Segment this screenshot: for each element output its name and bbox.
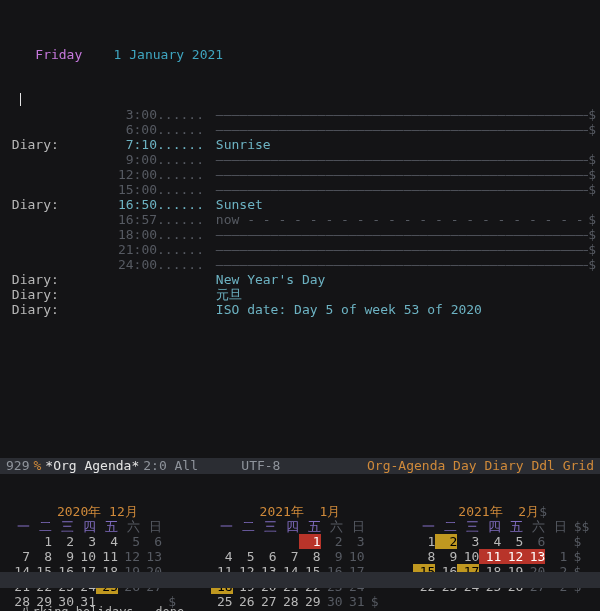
agenda-row[interactable]: 9:00...... —————————————————————————————…	[4, 152, 596, 167]
calendar-dow: 四	[479, 519, 501, 534]
calendar-day[interactable]: 10	[343, 549, 365, 564]
calendar-day[interactable]: 5	[233, 549, 255, 564]
agenda-time	[94, 302, 208, 317]
calendar-day[interactable]: 10	[457, 549, 479, 564]
calendar-day[interactable]: 9	[321, 549, 343, 564]
agenda-row[interactable]: Diary:16:50...... Sunset	[4, 197, 596, 212]
modeline-modes: Org-Agenda Day Diary Ddl Grid	[367, 458, 594, 474]
calendar-dow: 二	[435, 519, 457, 534]
modeline-calendar[interactable]: <Calendar New Year's Day 元旦 2021年01月01日 …	[0, 572, 600, 588]
calendar-day[interactable]: 2	[435, 534, 457, 549]
calendar-day[interactable]: 4	[479, 534, 501, 549]
agenda-row[interactable]: Diary: ISO date: Day 5 of week 53 of 202…	[4, 302, 596, 317]
calendar-day[interactable]: 3	[343, 534, 365, 549]
calendar-day[interactable]: 4	[211, 549, 233, 564]
calendar-day[interactable]: 8	[299, 549, 321, 564]
calendar-day[interactable]: 12	[118, 549, 140, 564]
calendar-week-row: 123456	[8, 534, 187, 549]
calendar-day[interactable]: 7	[8, 549, 30, 564]
calendar-day[interactable]: 11	[96, 549, 118, 564]
agenda-row[interactable]: 3:00...... —————————————————————————————…	[4, 107, 596, 122]
calendar-day[interactable]: 5	[501, 534, 523, 549]
agenda-text: New Year's Day	[208, 272, 596, 287]
calendar-week-row: 123	[211, 534, 390, 549]
calendar-day[interactable]: 10	[74, 549, 96, 564]
calendar-dow: 日	[545, 519, 567, 534]
modeline-line-number: 929	[6, 458, 29, 474]
agenda-text: ————————————————————————————————————————…	[208, 167, 588, 182]
agenda-time: 24:00......	[94, 257, 208, 272]
calendar-dow: 五	[299, 519, 321, 534]
calendar-day[interactable]: 9	[435, 549, 457, 564]
eol-indicator: $	[588, 167, 596, 182]
calendar-dow: 三	[255, 519, 277, 534]
calendar-dow: 三	[457, 519, 479, 534]
agenda-row[interactable]: 24:00...... ————————————————————————————…	[4, 257, 596, 272]
calendar-month-title: 2020年 12月	[8, 504, 187, 519]
agenda-row[interactable]: 12:00...... ————————————————————————————…	[4, 167, 596, 182]
agenda-row[interactable]: 15:00...... ————————————————————————————…	[4, 182, 596, 197]
agenda-row[interactable]: Diary: New Year's Day	[4, 272, 596, 287]
calendar-day[interactable]: 6	[255, 549, 277, 564]
calendar-day[interactable]: 3	[457, 534, 479, 549]
modeline-encoding: UTF-8	[241, 458, 280, 474]
calendar-dow-row: 一二三四五六日	[8, 519, 187, 534]
calendar-day[interactable]: 6	[140, 534, 162, 549]
agenda-row[interactable]: 6:00...... —————————————————————————————…	[4, 122, 596, 137]
agenda-time: 16:57......	[94, 212, 208, 227]
org-agenda-buffer[interactable]: Friday 1 January 2021 3:00...... ———————…	[0, 0, 600, 332]
modeline-agenda[interactable]: 929 % *Org Agenda* 2:0 All UTF-8 Org-Age…	[0, 458, 600, 474]
calendar-day[interactable]: 8	[30, 549, 52, 564]
calendar-day[interactable]: 9	[52, 549, 74, 564]
calendar-day[interactable]: 13	[523, 549, 545, 564]
calendar-day[interactable]: 11	[479, 549, 501, 564]
calendar-dow: 六	[523, 519, 545, 534]
agenda-row[interactable]: Diary: 元旦	[4, 287, 596, 302]
agenda-text: ————————————————————————————————————————…	[208, 227, 588, 242]
agenda-row[interactable]: 21:00...... ————————————————————————————…	[4, 242, 596, 257]
agenda-category	[4, 242, 94, 257]
calendar-dow: 日	[140, 519, 162, 534]
agenda-time: 18:00......	[94, 227, 208, 242]
agenda-time: 15:00......	[94, 182, 208, 197]
agenda-category: Diary:	[4, 302, 94, 317]
calendar-day[interactable]: 1	[413, 534, 435, 549]
calendar-day[interactable]: 12	[501, 549, 523, 564]
calendar-day[interactable]: 8	[413, 549, 435, 564]
eol-indicator: $	[567, 549, 581, 564]
calendar-day[interactable]: 6	[523, 534, 545, 549]
agenda-category: Diary:	[4, 272, 94, 287]
modeline-position: 2:0 All	[143, 458, 198, 474]
agenda-time: 16:50......	[94, 197, 208, 212]
calendar-day[interactable]: 1	[545, 549, 567, 564]
agenda-row[interactable]: 18:00...... ————————————————————————————…	[4, 227, 596, 242]
calendar-dow: 六	[321, 519, 343, 534]
calendar-day[interactable]: 7	[277, 549, 299, 564]
calendar-day[interactable]: 3	[74, 534, 96, 549]
calendar-day[interactable]: 2	[52, 534, 74, 549]
calendar-day[interactable]: 1	[30, 534, 52, 549]
agenda-time: 9:00......	[94, 152, 208, 167]
calendar-day[interactable]: 5	[118, 534, 140, 549]
agenda-category	[4, 122, 94, 137]
calendar-day	[8, 534, 30, 549]
eol-indicator: $	[588, 107, 596, 122]
calendar-month-title: 2021年 1月	[211, 504, 390, 519]
calendar-day[interactable]: 1	[299, 534, 321, 549]
calendar-day[interactable]: 13	[140, 549, 162, 564]
agenda-text: Sunset	[208, 197, 596, 212]
agenda-weekday: Friday	[35, 47, 82, 62]
agenda-category	[4, 107, 94, 122]
calendar-day	[233, 534, 255, 549]
calendar-day[interactable]: 2	[321, 534, 343, 549]
calendar-dow: 三	[52, 519, 74, 534]
agenda-text: ————————————————————————————————————————…	[208, 182, 588, 197]
calendar-dow: 二	[233, 519, 255, 534]
agenda-row[interactable]: Diary:7:10...... Sunrise	[4, 137, 596, 152]
agenda-category	[4, 257, 94, 272]
agenda-row[interactable]: 16:57...... now - - - - - - - - - - - - …	[4, 212, 596, 227]
calendar-day[interactable]: 4	[96, 534, 118, 549]
calendar-week-row: 78910111213	[8, 549, 187, 564]
calendar-week-row: 89101112131$	[413, 549, 592, 564]
agenda-category	[4, 152, 94, 167]
